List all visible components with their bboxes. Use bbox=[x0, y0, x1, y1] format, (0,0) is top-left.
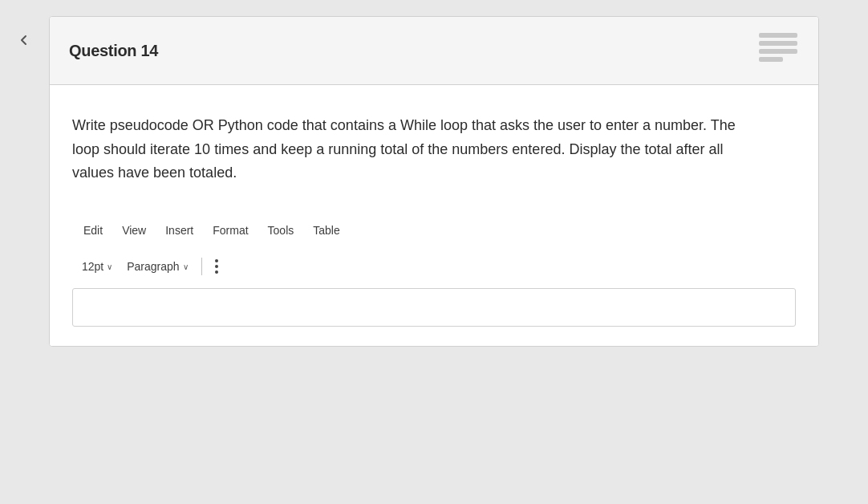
editor-input-area[interactable] bbox=[72, 288, 796, 327]
font-size-value: 12pt bbox=[82, 260, 103, 273]
back-arrow-button[interactable] bbox=[13, 29, 35, 51]
dot-2 bbox=[215, 265, 218, 268]
svg-rect-3 bbox=[759, 57, 783, 62]
menu-format[interactable]: Format bbox=[205, 221, 256, 240]
editor-menubar: Edit View Insert Format Tools Table bbox=[72, 214, 796, 246]
menu-view[interactable]: View bbox=[114, 221, 154, 240]
paragraph-value: Paragraph bbox=[127, 260, 179, 273]
menu-edit[interactable]: Edit bbox=[75, 221, 111, 240]
page-wrapper: Question 14 Write pseudocode OR Python c… bbox=[0, 0, 868, 504]
paragraph-dropdown[interactable]: Paragraph ∨ bbox=[120, 257, 194, 276]
editor-container: Edit View Insert Format Tools Table 12pt… bbox=[72, 214, 796, 327]
question-header: Question 14 bbox=[50, 17, 818, 85]
question-body: Write pseudocode OR Python code that con… bbox=[50, 85, 818, 346]
menu-table[interactable]: Table bbox=[305, 221, 347, 240]
toolbar-divider bbox=[201, 258, 202, 275]
svg-rect-2 bbox=[759, 49, 797, 54]
svg-rect-0 bbox=[759, 33, 797, 38]
more-options-button[interactable] bbox=[209, 256, 225, 277]
question-text: Write pseudocode OR Python code that con… bbox=[72, 114, 762, 185]
dot-1 bbox=[215, 259, 218, 262]
paragraph-chevron: ∨ bbox=[183, 262, 189, 271]
header-decoration bbox=[757, 31, 799, 70]
dot-3 bbox=[215, 270, 218, 274]
font-size-chevron: ∨ bbox=[107, 262, 112, 271]
question-card: Question 14 Write pseudocode OR Python c… bbox=[49, 16, 819, 347]
editor-toolbar: 12pt ∨ Paragraph ∨ bbox=[72, 253, 796, 280]
menu-insert[interactable]: Insert bbox=[157, 221, 201, 240]
question-title: Question 14 bbox=[69, 42, 158, 60]
svg-rect-1 bbox=[759, 41, 797, 46]
menu-tools[interactable]: Tools bbox=[260, 221, 302, 240]
font-size-dropdown[interactable]: 12pt ∨ bbox=[75, 257, 119, 276]
